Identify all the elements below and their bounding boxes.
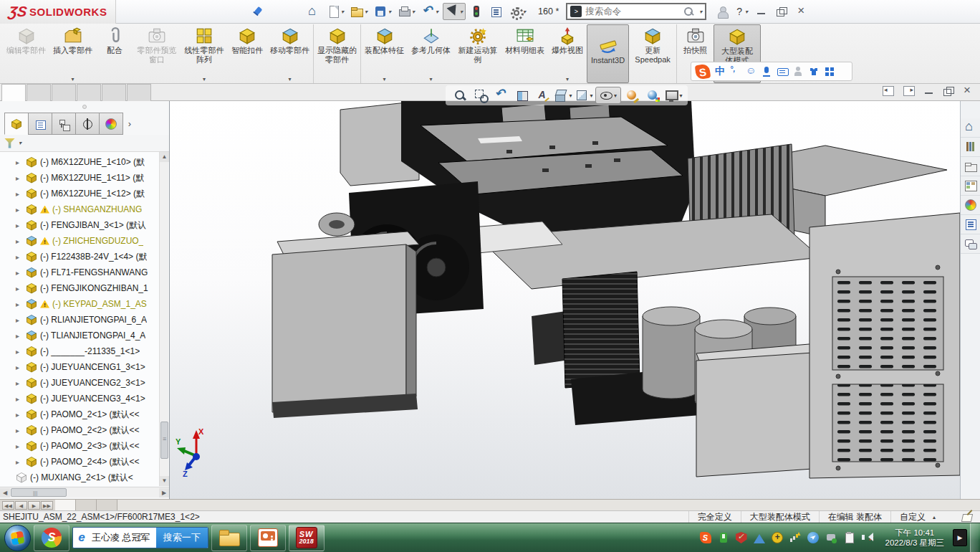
expand-arrow-icon[interactable]: ▸ <box>16 300 23 308</box>
tree-item[interactable]: ▸ (-) JUEYUANCENG1_3<1> <box>0 359 160 375</box>
volume-muted-icon[interactable]: × <box>861 532 873 543</box>
tree-item[interactable]: ▸ (-) M6X12ZUHE_1<11> (默 <box>0 170 160 186</box>
dropdown-arrow-icon[interactable]: ▾ <box>679 92 682 99</box>
scroll-left-icon[interactable]: ◀ <box>0 488 10 498</box>
dropdown-arrow-icon[interactable]: ▾ <box>436 9 438 15</box>
view-orientation-icon[interactable]: ▾ <box>554 87 573 104</box>
sync-drive-icon[interactable] <box>754 534 765 543</box>
menu-item[interactable] <box>181 9 195 14</box>
dropdown-arrow-icon[interactable]: ▾ <box>745 9 748 15</box>
document-tab[interactable] <box>97 500 117 510</box>
ribbon-tab[interactable] <box>27 84 51 101</box>
last-tab-button[interactable]: ▶▶ <box>41 501 53 510</box>
microphone-icon[interactable] <box>762 66 772 77</box>
dropdown-arrow-icon[interactable]: ▾ <box>71 76 74 82</box>
tree-item[interactable]: ▸ (-) TLIANJIETONGPAI_4_A <box>0 328 160 343</box>
menu-item[interactable] <box>146 9 160 14</box>
expand-arrow-icon[interactable]: ▸ <box>16 206 23 214</box>
previous-view-icon[interactable] <box>491 87 511 104</box>
view-settings-icon[interactable]: ▾ <box>664 87 683 104</box>
usb-eject-icon[interactable] <box>825 532 837 543</box>
resources-home-tab[interactable] <box>961 118 980 138</box>
expand-arrow-icon[interactable]: ▸ <box>16 442 23 450</box>
tab-property-manager[interactable] <box>28 113 52 135</box>
tree-item[interactable]: ▸ (-) JUEYUANCENG3_4<1> <box>0 391 160 406</box>
update-plus-icon[interactable] <box>772 532 783 543</box>
document-tab[interactable] <box>55 500 76 510</box>
expand-arrow-icon[interactable]: ▸ <box>16 190 23 198</box>
keyboard-icon[interactable] <box>777 66 788 77</box>
expand-arrow-icon[interactable]: ▸ <box>16 253 23 261</box>
apply-scene-icon[interactable] <box>643 87 663 104</box>
toolbox-icon[interactable] <box>825 66 835 77</box>
menu-item[interactable] <box>232 9 246 14</box>
hide-show-items-icon[interactable]: ▾ <box>595 87 621 104</box>
command-button[interactable]: 线性零部件阵列 ▾ <box>181 24 228 83</box>
tree-item[interactable]: ▸ (-) PAOMO_2<1> (默认<< <box>0 406 160 422</box>
tab-configuration-manager[interactable] <box>52 113 76 135</box>
command-button[interactable]: 智能扣件 <box>228 24 266 83</box>
pin-menu-icon[interactable] <box>251 6 262 17</box>
expand-arrow-icon[interactable]: ▸ <box>16 363 23 371</box>
punctuation-icon[interactable] <box>730 66 741 77</box>
tab-dimxpert-manager[interactable] <box>75 113 100 135</box>
account-icon[interactable] <box>793 66 804 77</box>
expand-arrow-icon[interactable]: ▸ <box>16 285 23 292</box>
expand-arrow-icon[interactable]: ▸ <box>16 316 23 324</box>
help-button[interactable]: ? <box>736 6 742 17</box>
tree-item[interactable]: ▸ ! (-) SHANGANZHUANG <box>0 201 160 217</box>
tree-item[interactable]: (-) MUXIANG_2<1> (默认< <box>0 470 160 485</box>
tree-item[interactable]: ▸ ! (-) ZHICHENGDUZUO_ <box>0 233 160 249</box>
command-button[interactable]: Instant3D <box>587 24 629 83</box>
select-button[interactable]: ▾ <box>443 3 466 20</box>
scroll-up-icon[interactable]: ▲ <box>160 152 169 162</box>
command-button[interactable]: 插入零部件 ▾ <box>49 24 96 83</box>
scrollbar-thumb[interactable] <box>160 422 168 459</box>
collapse-right-pane-icon[interactable] <box>903 86 915 96</box>
file-explorer-button[interactable] <box>211 525 247 551</box>
dropdown-arrow-icon[interactable]: ▾ <box>412 9 415 15</box>
forum-tab[interactable] <box>961 234 980 254</box>
undo-button[interactable]: ▾ <box>419 3 441 20</box>
dropdown-arrow-icon[interactable]: ▾ <box>460 9 463 15</box>
clipboard-icon[interactable] <box>843 532 855 543</box>
custom-properties-tab[interactable] <box>961 215 980 234</box>
taskbar-search-text[interactable]: 王心凌 总冠军 <box>90 531 156 544</box>
command-button[interactable]: 零部件预览窗口 <box>133 24 181 83</box>
collapse-left-pane-icon[interactable] <box>883 86 894 96</box>
ribbon-tab[interactable] <box>52 84 76 101</box>
powerpoint-button[interactable] <box>250 525 286 551</box>
menu-item[interactable] <box>163 9 178 14</box>
start-button[interactable] <box>4 525 31 551</box>
close-button[interactable] <box>797 7 807 16</box>
login-button[interactable] <box>714 3 731 20</box>
tree-item[interactable]: ▸ (-) M6X12ZUHE_1<12> (默 <box>0 186 160 201</box>
command-button[interactable]: 参考几何体 ▾ <box>408 24 454 83</box>
design-library-tab[interactable] <box>961 138 980 157</box>
expand-arrow-icon[interactable]: ▸ <box>16 237 23 245</box>
messenger-icon[interactable] <box>807 532 819 543</box>
tree-item[interactable]: ▸ (-) FENGJIBAN_3<1> (默认 <box>0 217 160 233</box>
emoji-icon[interactable] <box>746 66 756 77</box>
next-tab-button[interactable]: ▶ <box>28 501 40 510</box>
scrollbar-thumb[interactable] <box>11 488 67 497</box>
tree-item[interactable]: ▸ (-) FENGJIKONGZHIBAN_1 <box>0 280 160 296</box>
command-button[interactable]: 新建运动算例 <box>454 24 501 83</box>
tree-horizontal-scrollbar[interactable]: ◀ ▶ <box>0 487 169 498</box>
dropdown-arrow-icon[interactable]: ▾ <box>383 76 385 82</box>
dropdown-arrow-icon[interactable]: ▾ <box>429 76 432 82</box>
ie-search-widget[interactable]: e 王心凌 总冠军 搜索一下 <box>72 527 208 548</box>
tree-item[interactable]: ▸ (-) PAOMO_2<2> (默认<< <box>0 422 160 438</box>
dropdown-arrow-icon[interactable]: ▾ <box>341 9 344 15</box>
antivirus-shield-icon[interactable] <box>736 532 747 543</box>
dropdown-arrow-icon[interactable]: ▾ <box>388 9 391 15</box>
doc-restore-button[interactable] <box>943 87 953 95</box>
minimize-button[interactable] <box>756 7 767 16</box>
panel-resize-grip[interactable] <box>0 101 169 113</box>
dropdown-arrow-icon[interactable]: ▾ <box>566 76 569 82</box>
tree-item[interactable]: ▸ (-) _______-211335_1<1> <box>0 343 160 359</box>
open-button[interactable]: ▾ <box>348 3 370 20</box>
zoom-fit-icon[interactable] <box>450 87 469 104</box>
expand-arrow-icon[interactable]: ▸ <box>16 395 23 403</box>
taskbar-overflow-button[interactable]: ▶ <box>953 529 967 546</box>
